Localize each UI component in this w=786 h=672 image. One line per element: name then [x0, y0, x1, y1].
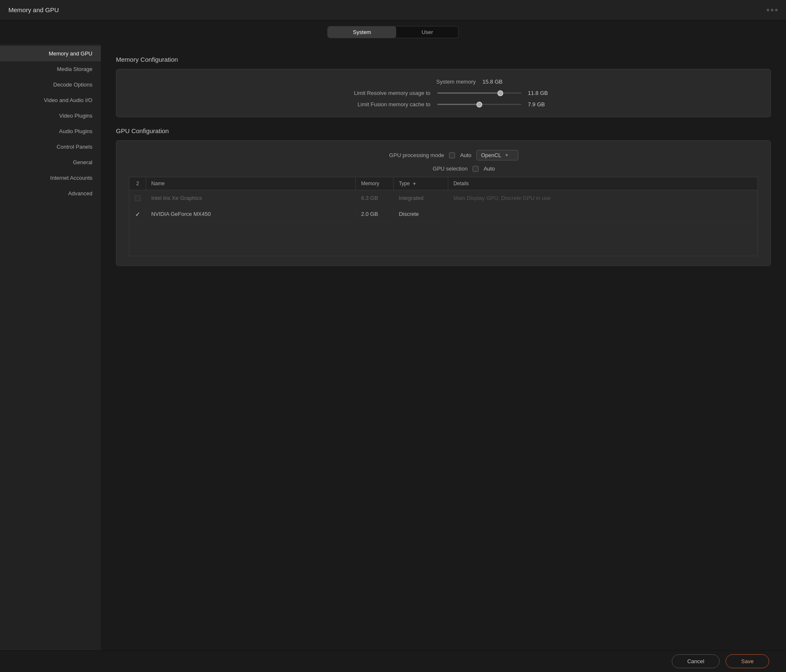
- limit-fusion-label: Limit Fusion memory cache to: [330, 101, 431, 108]
- limit-resolve-row: Limit Resolve memory usage to 11.8 GB: [129, 90, 758, 96]
- gpu-processing-mode-row: GPU processing mode Auto OpenCL ▼: [129, 150, 758, 160]
- gpu-nvidia-checkmark: ✓: [135, 211, 140, 218]
- gpu-mode-dropdown-value: OpenCL: [481, 152, 501, 158]
- gpu-intel-checkbox[interactable]: [135, 195, 141, 201]
- bottom-bar: Cancel Save: [0, 650, 786, 672]
- system-memory-row: System memory 15.8 GB: [129, 79, 758, 85]
- sidebar-item-memory-gpu[interactable]: Memory and GPU: [0, 46, 101, 61]
- gpu-intel-memory: 6.3 GB: [356, 192, 394, 205]
- fusion-slider-thumb[interactable]: [476, 102, 482, 108]
- gpu-table-empty-space: [129, 222, 757, 256]
- gpu-selection-auto-checkbox[interactable]: [473, 166, 478, 172]
- limit-resolve-label: Limit Resolve memory usage to: [330, 90, 431, 96]
- title-bar: Memory and GPU: [0, 0, 786, 20]
- gpu-selection-row: GPU selection Auto: [129, 165, 758, 172]
- gpu-nvidia-memory: 2.0 GB: [356, 207, 394, 220]
- system-user-toggle: System User: [327, 26, 459, 38]
- gpu-nvidia-details: [448, 211, 757, 218]
- sidebar-item-advanced[interactable]: Advanced: [0, 186, 101, 201]
- window-title: Memory and GPU: [8, 6, 59, 13]
- gpu-nvidia-type: Discrete: [394, 207, 448, 220]
- gpu-table-body: Intel Iris Xe Graphics 6.3 GB Integrated…: [129, 190, 758, 256]
- sidebar-item-audio-plugins[interactable]: Audio Plugins: [0, 123, 101, 139]
- sidebar: Memory and GPU Media Storage Decode Opti…: [0, 44, 101, 672]
- dot1: [767, 9, 769, 11]
- sidebar-item-internet-accounts[interactable]: Internet Accounts: [0, 170, 101, 186]
- gpu-processing-mode-label: GPU processing mode: [368, 152, 444, 158]
- limit-resolve-value: 11.8 GB: [528, 90, 557, 96]
- limit-fusion-value: 7.9 GB: [528, 101, 557, 108]
- resolve-slider-container: [437, 92, 521, 94]
- gpu-processing-auto-label: Auto: [460, 152, 471, 158]
- save-button[interactable]: Save: [726, 654, 769, 668]
- dot2: [771, 9, 773, 11]
- dropdown-arrow-icon: ▼: [505, 153, 509, 158]
- fusion-slider-track[interactable]: [437, 104, 521, 105]
- gpu-section-title: GPU Configuration: [116, 127, 771, 134]
- resolve-slider-thumb[interactable]: [497, 90, 503, 96]
- fusion-slider-container: [437, 104, 521, 105]
- tab-system[interactable]: System: [328, 26, 396, 38]
- dot3: [775, 9, 778, 11]
- system-memory-value: 15.8 GB: [483, 79, 512, 85]
- main-layout: Memory and GPU Media Storage Decode Opti…: [0, 44, 786, 672]
- gpu-intel-details: Main Display GPU, Discrete GPU in use: [448, 192, 757, 205]
- sidebar-item-control-panels[interactable]: Control Panels: [0, 139, 101, 155]
- resolve-slider-track[interactable]: [437, 92, 521, 94]
- sidebar-item-decode-options[interactable]: Decode Options: [0, 77, 101, 92]
- system-memory-label: System memory: [375, 79, 476, 85]
- memory-section-title: Memory Configuration: [116, 56, 771, 63]
- type-sort-icon: ▼: [412, 181, 416, 186]
- gpu-intel-checkbox-cell[interactable]: [129, 192, 146, 205]
- memory-card: System memory 15.8 GB Limit Resolve memo…: [116, 69, 771, 117]
- gpu-col-name-header: Name: [146, 177, 356, 190]
- tab-row: System User: [0, 20, 786, 44]
- content-area: Memory Configuration System memory 15.8 …: [101, 44, 786, 672]
- resolve-slider-fill: [437, 92, 500, 94]
- gpu-processing-auto-checkbox[interactable]: [449, 152, 455, 158]
- gpu-nvidia-checkbox-cell[interactable]: ✓: [129, 207, 146, 221]
- gpu-selection-label: GPU selection: [392, 165, 468, 172]
- fusion-slider-fill: [437, 104, 479, 105]
- gpu-intel-name: Intel Iris Xe Graphics: [146, 192, 356, 205]
- gpu-col-type-header: Type ▼: [394, 177, 448, 190]
- gpu-nvidia-name: NVIDIA GeForce MX450: [146, 207, 356, 220]
- sidebar-item-media-storage[interactable]: Media Storage: [0, 61, 101, 77]
- sidebar-item-video-plugins[interactable]: Video Plugins: [0, 108, 101, 123]
- sidebar-item-video-audio-io[interactable]: Video and Audio I/O: [0, 92, 101, 108]
- gpu-table-header: 2 Name Memory Type ▼ Details: [129, 177, 758, 190]
- limit-fusion-row: Limit Fusion memory cache to 7.9 GB: [129, 101, 758, 108]
- gpu-col-memory-header: Memory: [356, 177, 394, 190]
- gpu-table-container: 2 Name Memory Type ▼ Details: [129, 177, 758, 256]
- gpu-table-count: 2: [129, 177, 146, 190]
- sidebar-item-general[interactable]: General: [0, 155, 101, 170]
- gpu-col-details-header: Details: [448, 177, 757, 190]
- gpu-card: GPU processing mode Auto OpenCL ▼ GPU se…: [116, 140, 771, 266]
- gpu-row-intel: Intel Iris Xe Graphics 6.3 GB Integrated…: [129, 190, 757, 206]
- gpu-mode-dropdown[interactable]: OpenCL ▼: [476, 150, 518, 160]
- gpu-row-nvidia: ✓ NVIDIA GeForce MX450 2.0 GB Discrete: [129, 206, 757, 222]
- more-options-dots[interactable]: [767, 9, 778, 11]
- cancel-button[interactable]: Cancel: [672, 654, 720, 668]
- gpu-intel-type: Integrated: [394, 192, 448, 205]
- gpu-selection-auto-label: Auto: [484, 165, 495, 172]
- tab-user[interactable]: User: [396, 26, 458, 38]
